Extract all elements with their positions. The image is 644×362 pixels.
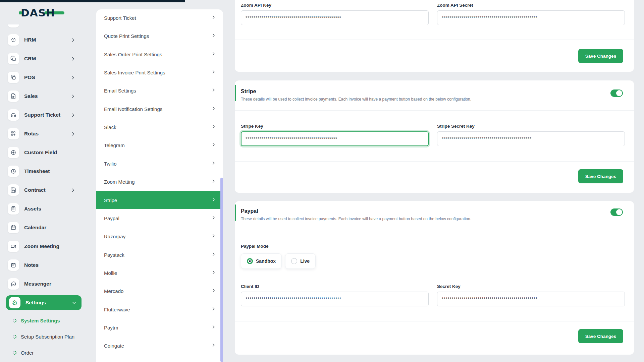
sidebar-item-label: HRM (24, 31, 36, 49)
chevron-right-icon (211, 215, 216, 221)
paypal-mode-sandbox[interactable]: Sandbox (241, 253, 282, 269)
settings-nav-item-zoom-metting[interactable]: Zoom Metting (96, 173, 223, 191)
settings-nav-item-email-notification-settings[interactable]: Email Notification Settings (96, 100, 223, 118)
settings-nav-item-telegram[interactable]: Telegram (96, 136, 223, 154)
sidebar-item-contract[interactable]: Contract (0, 181, 83, 199)
zoom-api-secret-input[interactable]: ****************************************… (437, 10, 625, 25)
chevron-right-icon (211, 87, 216, 94)
nav-item-label: Paypal (104, 216, 119, 221)
sidebar-item-calendar[interactable]: Calendar (0, 218, 83, 237)
sidebar-item-label: Timesheet (24, 162, 50, 181)
sidebar-item-label: Notes (24, 256, 39, 275)
sidebar-item-crm[interactable]: CRM (0, 49, 83, 68)
card-title: Paypal (241, 208, 628, 214)
paypal-client-id-input[interactable]: ****************************************… (241, 292, 429, 306)
chevron-right-icon (211, 33, 216, 39)
chevron-right-icon (211, 252, 216, 258)
chevron-down-icon (71, 295, 77, 310)
subitem-label: Setup Subscription Plan (21, 334, 74, 340)
zoom-settings-card: Zoom API Key ***************************… (235, 0, 634, 72)
sidebar-item-rotas[interactable]: Rotas (0, 124, 83, 143)
calendar-icon (8, 222, 19, 233)
settings-nav-item-paystack[interactable]: Paystack (96, 246, 223, 264)
settings-nav-item-skrill[interactable]: Skrill (96, 355, 223, 362)
settings-nav-item-sales-invoice-print-settings[interactable]: Sales Invoice Print Settings (96, 63, 223, 81)
sidebar-subitem-order[interactable]: Order (0, 349, 83, 357)
settings-nav-scrollbar[interactable] (220, 178, 223, 362)
sidebar-item-sales[interactable]: Sales (0, 87, 83, 106)
sidebar-item-assets[interactable]: Assets (0, 199, 83, 218)
settings-nav-item-slack[interactable]: Slack (96, 118, 223, 136)
card-description: These details will be used to collect in… (241, 217, 628, 221)
settings-nav-item-email-settings[interactable]: Email Settings (96, 81, 223, 100)
nav-item-label: Stripe (104, 197, 117, 203)
chevron-right-icon (211, 142, 216, 148)
chevron-right-icon (70, 68, 75, 87)
sidebar-item-zoom-meeting[interactable]: Zoom Meeting (0, 237, 83, 256)
paypal-enabled-toggle[interactable] (610, 208, 623, 216)
zoom-api-key-field: Zoom API Key ***************************… (241, 3, 429, 25)
settings-nav-item-mercado[interactable]: Mercado (96, 282, 223, 300)
chevron-right-icon (211, 51, 216, 57)
radio-checked-icon (247, 258, 253, 264)
nav-item-label: Flutterwave (104, 307, 130, 312)
chevron-right-icon (70, 49, 75, 68)
status-circle-icon (12, 318, 17, 323)
nav-item-label: Mercado (104, 288, 123, 294)
settings-nav-item-paypal[interactable]: Paypal (96, 209, 223, 227)
stripe-secret-key-input[interactable]: ****************************************… (437, 131, 625, 146)
sidebar-item-custom-field[interactable]: Custom Field (0, 143, 83, 162)
settings-nav-item-stripe[interactable]: Stripe (96, 191, 223, 209)
stripe-key-input[interactable]: ****************************************… (241, 131, 429, 146)
field-label: Client ID (241, 284, 429, 289)
zoom-api-key-input[interactable]: ****************************************… (241, 10, 429, 25)
sidebar-item-label: Messenger (24, 275, 51, 293)
paypal-mode-label: Paypal Mode (235, 230, 634, 249)
gear-icon: ⚙ (9, 297, 20, 308)
sidebar-item-scrolled-partial[interactable] (0, 24, 83, 31)
subitem-label: System Settings (21, 318, 60, 323)
chevron-right-icon (211, 343, 216, 349)
card-title: Stripe (241, 88, 628, 95)
settings-nav-item-razorpay[interactable]: Razorpay (96, 227, 223, 245)
sidebar-item-settings[interactable]: ⚙ Settings (6, 295, 82, 310)
sidebar-subitem-setup-subscription-plan[interactable]: Setup Subscription Plan (0, 333, 83, 341)
settings-nav-item-paytm[interactable]: Paytm (96, 318, 223, 337)
paypal-mode-group: Sandbox Live (235, 249, 634, 269)
field-label: Stripe Key (241, 124, 429, 129)
logo-text: DASH (21, 7, 55, 19)
sidebar-items: HRM CRM POS Sales Support Ticket Rotas C… (0, 24, 83, 362)
chevron-right-icon (211, 161, 216, 167)
sidebar-item-support-ticket[interactable]: Support Ticket (0, 106, 83, 124)
settings-nav-item-mollie[interactable]: Mollie (96, 264, 223, 282)
save-changes-button[interactable]: Save Changes (578, 49, 623, 63)
save-changes-button[interactable]: Save Changes (578, 169, 623, 183)
notes-icon (8, 259, 19, 271)
nav-item-label: Email Settings (104, 88, 136, 94)
settings-nav-item-quote-print-settings[interactable]: Quote Print Settings (96, 27, 223, 45)
save-icon (8, 184, 19, 196)
settings-nav-item-sales-order-print-settings[interactable]: Sales Order Print Settings (96, 45, 223, 63)
settings-nav-item-flutterwave[interactable]: Flutterwave (96, 300, 223, 318)
sidebar-item-timesheet[interactable]: Timesheet (0, 162, 83, 181)
paypal-mode-live[interactable]: Live (285, 253, 316, 269)
nav-item-label: Coingate (104, 343, 124, 349)
sidebar-subitem-system-settings[interactable]: System Settings (0, 316, 83, 324)
sidebar-item-label: POS (24, 68, 35, 87)
paypal-secret-key-input[interactable]: ****************************************… (437, 292, 625, 306)
save-changes-button[interactable]: Save Changes (578, 329, 623, 343)
app-logo[interactable]: DASH (21, 7, 55, 19)
chat-icon (8, 278, 19, 290)
settings-nav-item-twilio[interactable]: Twilio (96, 155, 223, 173)
sidebar-item-pos[interactable]: POS (0, 68, 83, 87)
nav-item-label: Paytm (104, 325, 118, 330)
sidebar-item-label: Sales (24, 87, 38, 106)
stripe-enabled-toggle[interactable] (610, 89, 623, 97)
sidebar-item-messenger[interactable]: Messenger (0, 275, 83, 293)
settings-nav-item-support-ticket[interactable]: Support Ticket (96, 9, 223, 27)
settings-nav-item-coingate[interactable]: Coingate (96, 337, 223, 355)
plus-circle-icon (8, 147, 19, 158)
sidebar-item-hrm[interactable]: HRM (0, 31, 83, 49)
stripe-secret-key-field: Stripe Secret Key **********************… (437, 124, 625, 146)
sidebar-item-notes[interactable]: Notes (0, 256, 83, 275)
